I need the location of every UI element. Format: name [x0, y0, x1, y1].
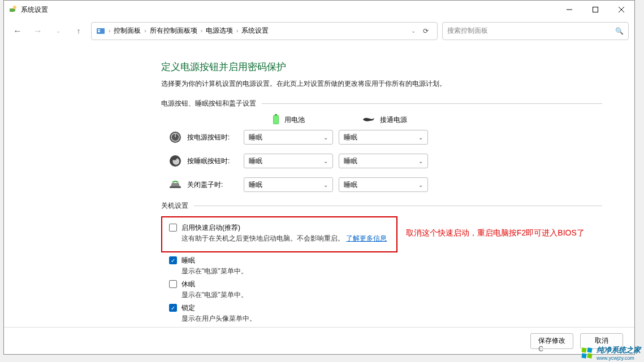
learn-more-link[interactable]: 了解更多信息 — [346, 234, 387, 242]
hibernate-option[interactable]: 休眠 显示在"电源"菜单中。 — [169, 280, 602, 300]
chevron-right-icon: › — [144, 28, 146, 34]
svg-rect-8 — [98, 29, 100, 30]
maximize-button[interactable] — [582, 1, 608, 19]
lid-battery-select[interactable]: 睡眠⌄ — [244, 177, 333, 192]
window-title: 系统设置 — [21, 5, 48, 15]
watermark: 纯净系统之家 www.ycwjzy.com — [581, 345, 641, 361]
svg-rect-9 — [98, 31, 100, 32]
hibernate-checkbox[interactable] — [169, 280, 177, 288]
toolbar: ← → ⌄ ↑ › 控制面板 › 所有控制面板项 › 电源选项 › 系统设置 ⌄… — [4, 19, 634, 43]
svg-point-2 — [13, 6, 16, 9]
column-headers: 用电池 接通电源 — [240, 114, 602, 125]
sleep-icon — [169, 155, 181, 167]
search-icon: 🔍 — [615, 27, 624, 35]
svg-rect-4 — [593, 7, 598, 12]
chevron-down-icon: ⌄ — [418, 134, 423, 141]
chevron-down-icon: ⌄ — [418, 182, 423, 188]
chevron-down-icon: ⌄ — [418, 158, 423, 164]
lid-close-row: 关闭盖子时: 睡眠⌄ 睡眠⌄ — [169, 177, 602, 192]
lock-checkbox[interactable]: ✓ — [169, 304, 177, 312]
chevron-right-icon: › — [201, 28, 202, 34]
recent-chevron[interactable]: ⌄ — [50, 23, 66, 39]
c-indicator: C — [538, 345, 543, 353]
fast-startup-checkbox[interactable] — [169, 224, 177, 232]
up-button[interactable]: ↑ — [71, 23, 87, 39]
close-button[interactable] — [608, 1, 634, 19]
svg-rect-18 — [581, 347, 586, 352]
chevron-down-icon: ⌄ — [323, 134, 328, 141]
page-title: 定义电源按钮并启用密码保护 — [161, 60, 602, 73]
control-panel-icon — [96, 27, 105, 36]
forward-button[interactable]: → — [30, 23, 46, 39]
fast-startup-option[interactable]: 启用快速启动(推荐) 这有助于在关机之后更快地启动电脑。不会影响重启。 了解更多… — [169, 223, 390, 243]
power-button-battery-select[interactable]: 睡眠⌄ — [244, 130, 333, 145]
chevron-down-icon: ⌄ — [323, 182, 328, 188]
highlighted-box: 启用快速启动(推荐) 这有助于在关机之后更快地启动电脑。不会影响重启。 了解更多… — [161, 216, 397, 252]
breadcrumb-item[interactable]: 控制面板 — [114, 26, 141, 36]
lock-option[interactable]: ✓ 锁定 显示在用户头像菜单中。 — [169, 303, 602, 324]
address-bar[interactable]: › 控制面板 › 所有控制面板项 › 电源选项 › 系统设置 ⌄ ⟳ — [91, 22, 438, 40]
page-description: 选择要为你的计算机设置的电源设置。在此页上对设置所做的更改将应用于你所有的电源计… — [161, 79, 602, 89]
breadcrumb-item[interactable]: 系统设置 — [241, 26, 269, 36]
chevron-right-icon: › — [109, 28, 110, 34]
plug-icon — [362, 116, 375, 124]
svg-rect-10 — [275, 114, 277, 115]
annotation-text: 取消这个快速启动，重启电脑按F2即可进入BIOS了 — [406, 228, 585, 238]
power-button-ac-select[interactable]: 睡眠⌄ — [339, 130, 428, 145]
back-button[interactable]: ← — [10, 23, 25, 39]
search-input[interactable]: 搜索控制面板 🔍 — [442, 22, 629, 40]
app-icon — [8, 5, 18, 14]
titlebar: 系统设置 — [4, 1, 634, 19]
sleep-button-battery-select[interactable]: 睡眠⌄ — [244, 154, 333, 168]
minimize-button[interactable] — [556, 1, 582, 19]
save-button[interactable]: 保存修改 — [530, 333, 573, 349]
power-button-row: 按电源按钮时: 睡眠⌄ 睡眠⌄ — [169, 130, 602, 145]
sleep-checkbox[interactable]: ✓ — [169, 256, 177, 264]
chevron-down-icon[interactable]: ⌄ — [411, 28, 416, 34]
svg-rect-12 — [274, 116, 278, 124]
svg-rect-19 — [587, 347, 592, 352]
battery-icon — [272, 114, 280, 125]
watermark-logo-icon — [581, 347, 593, 359]
section-shutdown-label: 关机设置 — [161, 201, 602, 211]
svg-rect-1 — [14, 9, 15, 11]
laptop-icon — [169, 178, 181, 191]
power-icon — [169, 131, 181, 143]
sleep-button-ac-select[interactable]: 睡眠⌄ — [339, 154, 428, 168]
svg-rect-17 — [170, 186, 181, 188]
sleep-button-row: 按睡眠按钮时: 睡眠⌄ 睡眠⌄ — [169, 154, 602, 168]
content-area: 定义电源按钮并启用密码保护 选择要为你的计算机设置的电源设置。在此页上对设置所做… — [4, 43, 634, 327]
svg-rect-21 — [587, 353, 592, 358]
breadcrumb-item[interactable]: 所有控制面板项 — [150, 26, 197, 36]
chevron-down-icon: ⌄ — [323, 158, 328, 164]
refresh-icon[interactable]: ⟳ — [419, 27, 433, 35]
search-placeholder: 搜索控制面板 — [447, 26, 488, 36]
svg-rect-20 — [581, 353, 586, 358]
window: 系统设置 ← → ⌄ ↑ › 控制面板 › 所有控制面板项 › 电源选项 › 系… — [3, 0, 635, 355]
svg-rect-0 — [10, 8, 14, 12]
chevron-right-icon: › — [236, 28, 238, 34]
sleep-option[interactable]: ✓ 睡眠 显示在"电源"菜单中。 — [169, 256, 602, 276]
section-buttons-label: 电源按钮、睡眠按钮和盖子设置 — [161, 99, 602, 108]
lid-ac-select[interactable]: 睡眠⌄ — [339, 177, 428, 192]
breadcrumb-item[interactable]: 电源选项 — [206, 26, 233, 36]
